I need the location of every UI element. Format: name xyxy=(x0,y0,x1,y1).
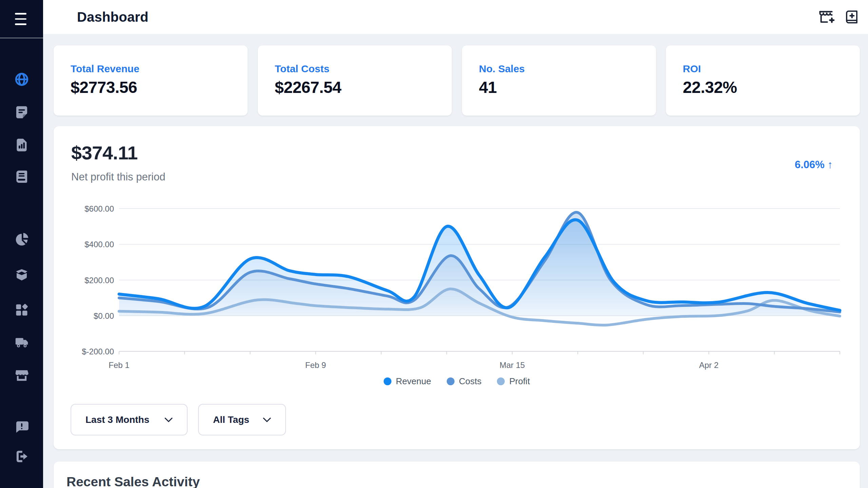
date-range-dropdown[interactable]: Last 3 Months xyxy=(71,404,188,435)
stat-card-no-sales: No. Sales 41 xyxy=(462,45,656,116)
net-profit-chart: $600.00$400.00$200.00$0.00$-200.00Feb 1F… xyxy=(54,126,860,449)
bar-chart-doc-icon xyxy=(14,137,30,153)
globe-icon xyxy=(14,72,30,87)
stat-value: 22.32% xyxy=(683,78,737,97)
chart-legend: RevenueCostsProfit xyxy=(54,376,860,387)
net-profit-caption: Net profit this period xyxy=(71,171,165,183)
legend-label: Revenue xyxy=(396,376,431,387)
stat-value: $2267.54 xyxy=(275,78,341,97)
book-icon xyxy=(14,169,30,184)
chevron-down-icon xyxy=(263,417,271,422)
message-alert-icon xyxy=(14,419,30,435)
percent-change: 6.06% ↑ xyxy=(795,159,833,171)
svg-text:$-200.00: $-200.00 xyxy=(82,347,114,356)
legend-item-profit[interactable]: Profit xyxy=(497,376,530,387)
widgets-icon xyxy=(14,302,30,318)
add-store-icon xyxy=(817,8,835,26)
sidebar-item-feedback[interactable] xyxy=(12,417,31,436)
legend-dot xyxy=(447,377,455,385)
svg-text:Feb 9: Feb 9 xyxy=(305,360,326,370)
recent-sales-card: Recent Sales Activity xyxy=(54,462,860,488)
add-book-button[interactable] xyxy=(844,9,860,25)
svg-text:Feb 1: Feb 1 xyxy=(109,360,129,370)
header: Dashboard xyxy=(43,0,868,34)
sidebar-item-globe[interactable] xyxy=(12,70,31,89)
tags-label: All Tags xyxy=(213,414,249,425)
stat-label: No. Sales xyxy=(479,63,525,75)
storefront-icon xyxy=(14,367,30,383)
open-box-icon xyxy=(14,267,30,283)
net-profit-card: $374.11 Net profit this period 6.06% ↑ $… xyxy=(54,126,860,449)
sidebar-divider xyxy=(0,38,43,38)
stat-value: $2773.56 xyxy=(71,78,137,97)
add-book-icon xyxy=(844,9,860,25)
stat-label: ROI xyxy=(683,63,701,75)
sidebar-item-inventory[interactable] xyxy=(12,265,31,285)
memo-icon xyxy=(14,104,30,120)
sidebar-item-catalog[interactable] xyxy=(12,167,31,186)
logout-icon xyxy=(14,449,30,464)
sidebar xyxy=(0,0,43,488)
svg-text:$400.00: $400.00 xyxy=(84,240,114,249)
recent-sales-title: Recent Sales Activity xyxy=(66,474,200,488)
sidebar-item-analytics[interactable] xyxy=(12,230,31,249)
svg-text:Mar 15: Mar 15 xyxy=(500,360,525,370)
stat-label: Total Costs xyxy=(275,63,329,75)
legend-item-revenue[interactable]: Revenue xyxy=(384,376,431,387)
stat-card-total-revenue: Total Revenue $2773.56 xyxy=(54,45,248,116)
svg-text:$200.00: $200.00 xyxy=(84,276,114,285)
legend-label: Costs xyxy=(459,376,481,387)
sidebar-item-shipping[interactable] xyxy=(12,332,31,352)
sidebar-item-logout[interactable] xyxy=(12,447,31,466)
stat-label: Total Revenue xyxy=(71,63,139,75)
sidebar-item-store[interactable] xyxy=(12,365,31,385)
tags-dropdown[interactable]: All Tags xyxy=(198,404,286,435)
add-store-button[interactable] xyxy=(817,8,835,26)
truck-icon xyxy=(14,334,30,350)
page-title: Dashboard xyxy=(77,0,149,34)
chevron-down-icon xyxy=(165,417,173,422)
stat-card-total-costs: Total Costs $2267.54 xyxy=(258,45,452,116)
stat-card-roi: ROI 22.32% xyxy=(666,45,860,116)
menu-icon[interactable] xyxy=(15,13,28,25)
date-range-label: Last 3 Months xyxy=(85,414,149,425)
net-profit-value: $374.11 xyxy=(71,142,138,164)
sidebar-item-notes[interactable] xyxy=(12,102,31,122)
svg-text:Apr 2: Apr 2 xyxy=(699,360,718,370)
legend-label: Profit xyxy=(509,376,530,387)
svg-text:$0.00: $0.00 xyxy=(94,311,114,320)
sidebar-item-report[interactable] xyxy=(12,135,31,154)
stat-value: 41 xyxy=(479,78,497,97)
pie-chart-icon xyxy=(14,232,30,247)
legend-dot xyxy=(384,377,391,385)
svg-text:$600.00: $600.00 xyxy=(84,204,114,213)
legend-dot xyxy=(497,377,505,385)
sidebar-item-apps[interactable] xyxy=(12,300,31,319)
legend-item-costs[interactable]: Costs xyxy=(447,376,481,387)
